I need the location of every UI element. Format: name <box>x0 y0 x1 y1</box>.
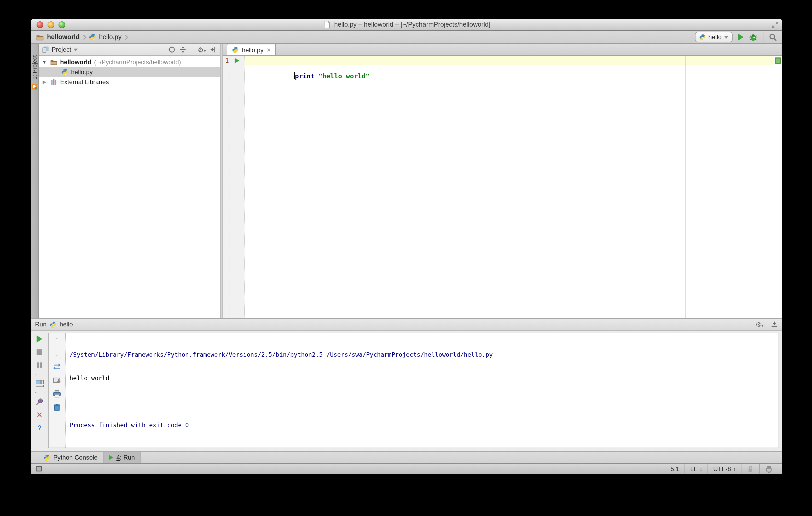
down-stacktrace-button[interactable]: ↓ <box>53 349 61 357</box>
folder-icon <box>36 33 44 41</box>
close-button[interactable]: ✕ <box>35 411 44 419</box>
panel-splitter[interactable] <box>221 44 223 318</box>
run-toolwindow-button[interactable]: 4: Run <box>103 452 141 463</box>
pause-output-button[interactable] <box>35 361 44 369</box>
python-icon <box>699 34 706 40</box>
console-line: /System/Library/Frameworks/Python.framew… <box>69 351 775 359</box>
separator <box>763 32 763 42</box>
inspection-status-icon[interactable] <box>775 57 781 64</box>
breadcrumb-project[interactable]: helloworld <box>36 33 80 41</box>
hide-panel-icon[interactable] <box>209 46 217 53</box>
tree-row-hello-py[interactable]: hello.py <box>39 67 220 77</box>
pin-tab-button[interactable] <box>35 397 44 406</box>
hector-inspector-icon <box>765 465 773 473</box>
chevron-down-icon <box>724 36 728 38</box>
run-line-icon[interactable] <box>234 58 239 63</box>
separator <box>192 46 193 53</box>
tree-libraries-label: External Libraries <box>60 78 109 85</box>
pycharm-window: hello.py – helloworld – [~/PycharmProjec… <box>31 19 782 474</box>
search-everywhere-icon[interactable] <box>768 33 777 41</box>
scroll-to-source-icon[interactable] <box>169 46 176 53</box>
toolwindow-toggle-icon[interactable] <box>35 465 43 473</box>
editor-body[interactable]: 1 print "hello world" <box>223 56 782 318</box>
tab-label: hello.py <box>242 46 264 54</box>
settings-gear-icon[interactable]: ⚙▾ <box>198 46 206 53</box>
console-output[interactable]: /System/Library/Frameworks/Python.framew… <box>66 333 779 448</box>
editor-tab-strip: hello.py × <box>223 44 782 56</box>
project-stripe-button[interactable]: 1: Project <box>31 55 38 80</box>
stop-button[interactable] <box>35 348 44 356</box>
line-separator-widget[interactable]: LF↕ <box>685 464 707 474</box>
libraries-icon <box>50 78 57 85</box>
run-toolwindow-label: 4: Run <box>116 454 135 461</box>
run-configuration-selector[interactable]: hello <box>695 32 732 42</box>
project-panel-header: Project ⚙▾ <box>39 44 220 56</box>
editor-area: hello.py × 1 print "hello world" <box>223 44 782 318</box>
breadcrumb-project-label: helloworld <box>47 33 80 41</box>
zoom-window-button[interactable] <box>59 22 65 28</box>
bottom-toolwindow-bar: Python Console 4: Run <box>31 451 782 463</box>
print-button[interactable] <box>53 390 61 398</box>
breadcrumb-file-label: hello.py <box>99 33 121 41</box>
traffic-lights <box>36 22 65 28</box>
project-view-selector[interactable]: Project <box>52 46 71 53</box>
project-view-icon <box>42 46 49 53</box>
right-margin-guide <box>685 56 686 318</box>
tree-row-external-libraries[interactable]: ▶ External Libraries <box>39 77 220 87</box>
run-icon <box>109 455 113 460</box>
scroll-to-end-button[interactable] <box>53 376 61 385</box>
navigation-bar: helloworld hello.py hello <box>31 31 782 44</box>
highlighting-level-widget[interactable] <box>759 464 778 474</box>
folder-icon <box>50 58 57 65</box>
python-console-button[interactable]: Python Console <box>38 452 103 463</box>
expand-arrow-icon[interactable]: ▼ <box>41 59 48 64</box>
run-configuration-name: hello <box>708 33 722 41</box>
python-console-label: Python Console <box>53 454 97 461</box>
python-file-icon <box>232 47 239 53</box>
fullscreen-icon[interactable] <box>771 21 779 29</box>
separator <box>35 392 44 393</box>
console-line: hello world <box>69 374 775 382</box>
desktop: hello.py – helloworld – [~/PycharmProjec… <box>0 0 812 516</box>
rerun-button[interactable] <box>35 335 44 343</box>
run-toolwindow: Run hello ⚙▾ ✕ ? <box>31 318 782 451</box>
tree-project-path: (~/PycharmProjects/helloworld) <box>94 58 181 65</box>
restore-layout-button[interactable] <box>35 379 44 388</box>
run-panel-config-name: hello <box>60 321 73 328</box>
encoding-widget[interactable]: UTF-8↕ <box>707 464 741 474</box>
python-file-icon <box>89 33 96 41</box>
project-toolwindow: Project ⚙▾ ▼ helloworld <box>39 44 221 318</box>
collapsed-arrow-icon[interactable]: ▶ <box>41 79 48 84</box>
code-area[interactable]: print "hello world" <box>244 56 774 318</box>
help-button[interactable]: ? <box>35 424 44 432</box>
project-tree: ▼ helloworld (~/PycharmProjects/hellowor… <box>39 56 220 318</box>
close-window-button[interactable] <box>36 22 44 28</box>
readonly-lock-widget[interactable] <box>741 464 759 474</box>
chevron-down-icon[interactable] <box>74 48 78 51</box>
minimize-window-button[interactable] <box>48 22 54 28</box>
run-button[interactable] <box>738 33 744 41</box>
pycharm-icon <box>31 84 38 90</box>
breadcrumb-file[interactable]: hello.py <box>89 33 121 41</box>
separator <box>35 374 44 374</box>
collapse-all-icon[interactable] <box>179 46 187 53</box>
hide-panel-icon[interactable] <box>771 321 778 328</box>
debug-button[interactable] <box>749 33 758 41</box>
tab-hello-py[interactable]: hello.py × <box>227 44 276 55</box>
up-stacktrace-button[interactable]: ↑ <box>53 335 61 344</box>
console-line: Process finished with exit code 0 <box>69 422 775 429</box>
tree-file-name: hello.py <box>71 68 93 75</box>
spinner-icon: ↕ <box>700 466 702 472</box>
settings-gear-icon[interactable]: ⚙▾ <box>755 321 763 328</box>
run-panel-header: Run hello ⚙▾ <box>31 318 782 331</box>
title-bar[interactable]: hello.py – helloworld – [~/PycharmProjec… <box>31 19 782 31</box>
run-toolbar: ✕ ? <box>31 333 48 448</box>
clear-console-button[interactable] <box>53 403 61 412</box>
close-tab-icon[interactable]: × <box>267 47 271 53</box>
unlock-icon <box>747 465 754 473</box>
soft-wrap-button[interactable] <box>53 362 61 371</box>
code-keyword: print <box>295 72 315 80</box>
caret-position-widget[interactable]: 5:1 <box>665 464 685 474</box>
document-icon <box>323 20 331 29</box>
tree-row-project-root[interactable]: ▼ helloworld (~/PycharmProjects/hellowor… <box>39 57 220 67</box>
